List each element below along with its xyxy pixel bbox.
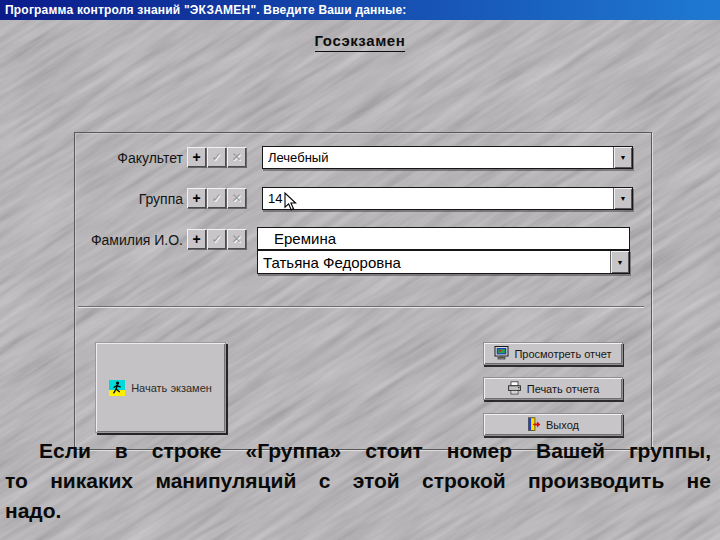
start-exam-label: Начать экзамен: [131, 382, 212, 394]
faculty-add-button[interactable]: +: [187, 147, 206, 167]
surname-field: [257, 227, 630, 250]
group-label: Группа: [70, 191, 183, 207]
name-dropdown-button[interactable]: ▼: [610, 251, 629, 273]
exit-door-icon: [527, 417, 541, 432]
page-title: Госэкзамен: [0, 32, 720, 49]
faculty-dropdown-button[interactable]: ▼: [613, 147, 632, 168]
mouse-cursor: [284, 192, 298, 213]
desktop-area: Госэкзамен Факультет + ✓ ✕ ▼ Группа + ✓ …: [0, 20, 720, 540]
view-report-button[interactable]: Просмотреть отчет: [483, 342, 623, 365]
dropdown-arrow-icon: ▼: [620, 195, 627, 202]
form-separator: [78, 306, 644, 307]
view-report-label: Просмотреть отчет: [514, 348, 611, 360]
group-add-button[interactable]: +: [187, 188, 206, 208]
group-delete-button[interactable]: ✕: [227, 188, 246, 208]
faculty-combobox: ▼: [262, 146, 633, 169]
group-dropdown-button[interactable]: ▼: [613, 188, 632, 209]
person-confirm-button[interactable]: ✓: [207, 229, 226, 249]
printer-icon: [507, 381, 522, 396]
print-report-button[interactable]: Печать отчета: [483, 377, 623, 400]
surname-input[interactable]: [258, 228, 629, 249]
name-patronymic-combobox: ▼: [257, 250, 630, 274]
group-input[interactable]: [263, 188, 613, 209]
monitor-icon: [494, 346, 509, 361]
exit-label: Выход: [546, 419, 579, 431]
faculty-navigator: + ✓ ✕: [187, 147, 246, 167]
window-title: Программа контроля знаний "ЭКЗАМЕН". Вве…: [5, 3, 407, 17]
person-add-button[interactable]: +: [187, 229, 206, 249]
person-delete-button[interactable]: ✕: [227, 229, 246, 249]
name-patronymic-input[interactable]: [258, 251, 610, 273]
faculty-confirm-button[interactable]: ✓: [207, 147, 226, 167]
faculty-input[interactable]: [263, 147, 613, 168]
start-exam-button[interactable]: Начать экзамен: [95, 342, 226, 433]
faculty-label: Факультет: [70, 150, 183, 166]
running-man-icon: [109, 380, 125, 396]
print-report-label: Печать отчета: [527, 383, 600, 395]
exit-button[interactable]: Выход: [483, 413, 623, 436]
group-navigator: + ✓ ✕: [187, 188, 246, 208]
title-bar[interactable]: Программа контроля знаний "ЭКЗАМЕН". Вве…: [0, 0, 720, 20]
dropdown-arrow-icon: ▼: [617, 259, 624, 266]
app-window: Программа контроля знаний "ЭКЗАМЕН". Вве…: [0, 0, 720, 540]
dropdown-arrow-icon: ▼: [620, 154, 627, 161]
group-confirm-button[interactable]: ✓: [207, 188, 226, 208]
faculty-delete-button[interactable]: ✕: [227, 147, 246, 167]
instruction-note: Если в строке «Группа» стоит номер Вашей…: [5, 436, 711, 526]
person-navigator: + ✓ ✕: [187, 229, 246, 249]
group-combobox: ▼: [262, 187, 633, 210]
person-label: Фамилия И.О.: [70, 232, 183, 248]
